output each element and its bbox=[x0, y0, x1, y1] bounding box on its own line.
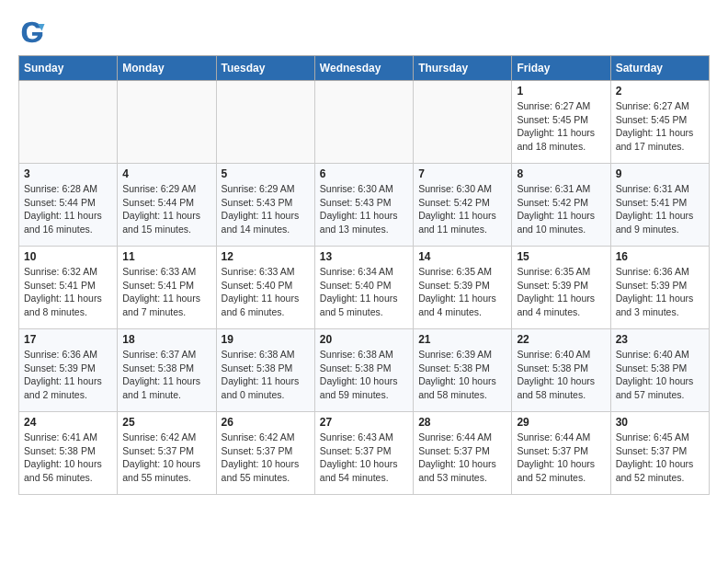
day-info: Sunrise: 6:30 AM Sunset: 5:42 PM Dayligh… bbox=[418, 182, 506, 236]
day-info: Sunrise: 6:38 AM Sunset: 5:38 PM Dayligh… bbox=[320, 348, 408, 402]
day-info: Sunrise: 6:31 AM Sunset: 5:41 PM Dayligh… bbox=[616, 182, 704, 236]
day-number: 30 bbox=[616, 416, 704, 429]
header bbox=[18, 18, 710, 46]
week-row-1: 1Sunrise: 6:27 AM Sunset: 5:45 PM Daylig… bbox=[19, 81, 710, 164]
day-info: Sunrise: 6:34 AM Sunset: 5:40 PM Dayligh… bbox=[320, 265, 408, 319]
day-number: 14 bbox=[418, 250, 506, 263]
calendar-cell: 9Sunrise: 6:31 AM Sunset: 5:41 PM Daylig… bbox=[610, 164, 709, 247]
day-info: Sunrise: 6:41 AM Sunset: 5:38 PM Dayligh… bbox=[24, 431, 112, 485]
calendar-cell: 8Sunrise: 6:31 AM Sunset: 5:42 PM Daylig… bbox=[512, 164, 610, 247]
calendar-cell: 5Sunrise: 6:29 AM Sunset: 5:43 PM Daylig… bbox=[216, 164, 314, 247]
calendar-cell: 7Sunrise: 6:30 AM Sunset: 5:42 PM Daylig… bbox=[414, 164, 512, 247]
day-number: 6 bbox=[320, 167, 408, 180]
calendar-cell: 19Sunrise: 6:38 AM Sunset: 5:38 PM Dayli… bbox=[216, 329, 314, 412]
calendar-cell: 29Sunrise: 6:44 AM Sunset: 5:37 PM Dayli… bbox=[512, 412, 610, 495]
week-row-5: 24Sunrise: 6:41 AM Sunset: 5:38 PM Dayli… bbox=[19, 412, 710, 495]
day-number: 29 bbox=[517, 416, 605, 429]
day-number: 4 bbox=[122, 167, 210, 180]
day-number: 15 bbox=[517, 250, 605, 263]
day-number: 7 bbox=[418, 167, 506, 180]
logo-icon bbox=[18, 18, 46, 46]
day-number: 12 bbox=[222, 250, 310, 263]
day-number: 23 bbox=[616, 333, 704, 346]
day-info: Sunrise: 6:38 AM Sunset: 5:38 PM Dayligh… bbox=[222, 348, 310, 402]
day-number: 13 bbox=[320, 250, 408, 263]
week-row-4: 17Sunrise: 6:36 AM Sunset: 5:39 PM Dayli… bbox=[19, 329, 710, 412]
day-number: 10 bbox=[24, 250, 112, 263]
calendar-cell: 27Sunrise: 6:43 AM Sunset: 5:37 PM Dayli… bbox=[314, 412, 413, 495]
day-number: 26 bbox=[222, 416, 310, 429]
calendar-cell: 10Sunrise: 6:32 AM Sunset: 5:41 PM Dayli… bbox=[19, 247, 118, 329]
day-info: Sunrise: 6:29 AM Sunset: 5:43 PM Dayligh… bbox=[222, 182, 310, 236]
day-number: 16 bbox=[616, 250, 704, 263]
day-info: Sunrise: 6:32 AM Sunset: 5:41 PM Dayligh… bbox=[24, 265, 112, 319]
week-row-3: 10Sunrise: 6:32 AM Sunset: 5:41 PM Dayli… bbox=[19, 247, 710, 329]
calendar-cell bbox=[118, 81, 216, 164]
day-info: Sunrise: 6:33 AM Sunset: 5:40 PM Dayligh… bbox=[222, 265, 310, 319]
day-info: Sunrise: 6:27 AM Sunset: 5:45 PM Dayligh… bbox=[616, 99, 704, 154]
day-info: Sunrise: 6:36 AM Sunset: 5:39 PM Dayligh… bbox=[24, 348, 112, 402]
calendar-cell: 28Sunrise: 6:44 AM Sunset: 5:37 PM Dayli… bbox=[414, 412, 512, 495]
day-info: Sunrise: 6:39 AM Sunset: 5:38 PM Dayligh… bbox=[418, 348, 506, 402]
calendar-cell: 20Sunrise: 6:38 AM Sunset: 5:38 PM Dayli… bbox=[314, 329, 413, 412]
day-info: Sunrise: 6:33 AM Sunset: 5:41 PM Dayligh… bbox=[122, 265, 210, 319]
calendar-cell: 30Sunrise: 6:45 AM Sunset: 5:37 PM Dayli… bbox=[610, 412, 709, 495]
calendar-cell: 15Sunrise: 6:35 AM Sunset: 5:39 PM Dayli… bbox=[512, 247, 610, 329]
calendar-cell: 16Sunrise: 6:36 AM Sunset: 5:39 PM Dayli… bbox=[610, 247, 709, 329]
day-number: 1 bbox=[517, 85, 605, 98]
day-info: Sunrise: 6:29 AM Sunset: 5:44 PM Dayligh… bbox=[122, 182, 210, 236]
day-number: 5 bbox=[222, 167, 310, 180]
day-header-tuesday: Tuesday bbox=[216, 56, 314, 81]
calendar-cell: 1Sunrise: 6:27 AM Sunset: 5:45 PM Daylig… bbox=[512, 81, 610, 164]
day-number: 25 bbox=[122, 416, 210, 429]
day-info: Sunrise: 6:43 AM Sunset: 5:37 PM Dayligh… bbox=[320, 431, 408, 485]
calendar-cell: 25Sunrise: 6:42 AM Sunset: 5:37 PM Dayli… bbox=[118, 412, 216, 495]
calendar-cell: 18Sunrise: 6:37 AM Sunset: 5:38 PM Dayli… bbox=[118, 329, 216, 412]
day-number: 28 bbox=[418, 416, 506, 429]
day-info: Sunrise: 6:40 AM Sunset: 5:38 PM Dayligh… bbox=[616, 348, 704, 402]
day-header-thursday: Thursday bbox=[414, 56, 512, 81]
calendar-cell bbox=[414, 81, 512, 164]
day-info: Sunrise: 6:35 AM Sunset: 5:39 PM Dayligh… bbox=[418, 265, 506, 319]
calendar-cell bbox=[314, 81, 413, 164]
day-header-wednesday: Wednesday bbox=[314, 56, 413, 81]
day-info: Sunrise: 6:40 AM Sunset: 5:38 PM Dayligh… bbox=[517, 348, 605, 402]
day-header-monday: Monday bbox=[118, 56, 216, 81]
day-info: Sunrise: 6:42 AM Sunset: 5:37 PM Dayligh… bbox=[122, 431, 210, 485]
calendar-cell: 21Sunrise: 6:39 AM Sunset: 5:38 PM Dayli… bbox=[414, 329, 512, 412]
calendar-cell: 6Sunrise: 6:30 AM Sunset: 5:43 PM Daylig… bbox=[314, 164, 413, 247]
calendar-cell bbox=[216, 81, 314, 164]
calendar-cell: 24Sunrise: 6:41 AM Sunset: 5:38 PM Dayli… bbox=[19, 412, 118, 495]
calendar-cell: 12Sunrise: 6:33 AM Sunset: 5:40 PM Dayli… bbox=[216, 247, 314, 329]
day-number: 3 bbox=[24, 167, 112, 180]
calendar-cell bbox=[19, 81, 118, 164]
day-number: 27 bbox=[320, 416, 408, 429]
day-number: 20 bbox=[320, 333, 408, 346]
day-info: Sunrise: 6:42 AM Sunset: 5:37 PM Dayligh… bbox=[222, 431, 310, 485]
calendar-cell: 26Sunrise: 6:42 AM Sunset: 5:37 PM Dayli… bbox=[216, 412, 314, 495]
day-number: 24 bbox=[24, 416, 112, 429]
day-number: 2 bbox=[616, 85, 704, 98]
calendar-cell: 22Sunrise: 6:40 AM Sunset: 5:38 PM Dayli… bbox=[512, 329, 610, 412]
day-info: Sunrise: 6:30 AM Sunset: 5:43 PM Dayligh… bbox=[320, 182, 408, 236]
day-number: 22 bbox=[517, 333, 605, 346]
calendar-cell: 13Sunrise: 6:34 AM Sunset: 5:40 PM Dayli… bbox=[314, 247, 413, 329]
calendar-cell: 23Sunrise: 6:40 AM Sunset: 5:38 PM Dayli… bbox=[610, 329, 709, 412]
day-info: Sunrise: 6:44 AM Sunset: 5:37 PM Dayligh… bbox=[517, 431, 605, 485]
day-info: Sunrise: 6:31 AM Sunset: 5:42 PM Dayligh… bbox=[517, 182, 605, 236]
calendar-cell: 14Sunrise: 6:35 AM Sunset: 5:39 PM Dayli… bbox=[414, 247, 512, 329]
logo bbox=[18, 18, 50, 46]
day-number: 18 bbox=[122, 333, 210, 346]
calendar-cell: 2Sunrise: 6:27 AM Sunset: 5:45 PM Daylig… bbox=[610, 81, 709, 164]
day-info: Sunrise: 6:44 AM Sunset: 5:37 PM Dayligh… bbox=[418, 431, 506, 485]
day-info: Sunrise: 6:28 AM Sunset: 5:44 PM Dayligh… bbox=[24, 182, 112, 236]
calendar-cell: 17Sunrise: 6:36 AM Sunset: 5:39 PM Dayli… bbox=[19, 329, 118, 412]
week-row-2: 3Sunrise: 6:28 AM Sunset: 5:44 PM Daylig… bbox=[19, 164, 710, 247]
day-info: Sunrise: 6:35 AM Sunset: 5:39 PM Dayligh… bbox=[517, 265, 605, 319]
day-header-saturday: Saturday bbox=[610, 56, 709, 81]
day-header-sunday: Sunday bbox=[19, 56, 118, 81]
day-info: Sunrise: 6:27 AM Sunset: 5:45 PM Dayligh… bbox=[517, 99, 605, 154]
day-info: Sunrise: 6:45 AM Sunset: 5:37 PM Dayligh… bbox=[616, 431, 704, 485]
day-info: Sunrise: 6:37 AM Sunset: 5:38 PM Dayligh… bbox=[122, 348, 210, 402]
day-number: 17 bbox=[24, 333, 112, 346]
